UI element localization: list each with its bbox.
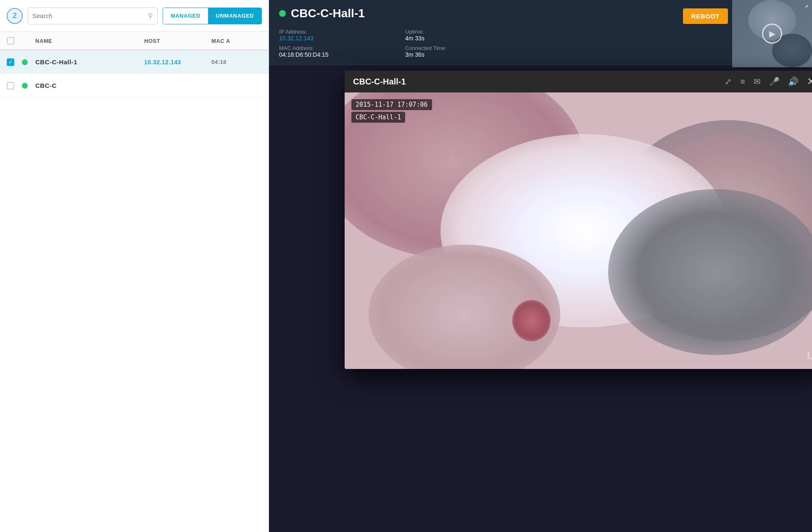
- cam-blob-small: [512, 300, 551, 342]
- row-2-checkbox[interactable]: [7, 82, 14, 90]
- device-title-row: CBC-C-Hall-1: [279, 7, 514, 20]
- video-feed: 2015-11-17 17:07:06 CBC-C-Hall-1 U: [345, 92, 812, 369]
- connected-label: Connected Time:: [405, 45, 514, 51]
- search-icon: ⚲: [148, 12, 153, 20]
- thumbnail-expand-icon[interactable]: ↗: [804, 3, 809, 10]
- select-all-checkbox[interactable]: [7, 37, 14, 45]
- device-title-area: CBC-C-Hall-1 IP Address: 10.32.12.143 Up…: [279, 7, 514, 58]
- tab-group: MANAGED UNMANAGED: [163, 8, 262, 24]
- row-2-name: CBC-C: [35, 82, 144, 89]
- uptime-value: 4m 33s: [405, 35, 514, 42]
- search-box[interactable]: ⚲: [28, 8, 158, 24]
- thumbnail-play-button[interactable]: ▶: [762, 24, 782, 44]
- cam-blob-bottom-right: [608, 189, 812, 355]
- left-panel: 2 ⚲ MANAGED UNMANAGED NAME HOST MAC A ✓ …: [0, 0, 269, 532]
- table-header: NAME HOST MAC A: [0, 32, 269, 50]
- uptime-label: Uptime:: [405, 29, 514, 35]
- col-host-header: HOST: [144, 38, 211, 44]
- video-modal: CBC-C-Hall-1 ⤢ ≡ ✉ 🎤 🔊 ✕ 2015-11-17 17:0…: [345, 71, 812, 369]
- reboot-button[interactable]: REBOOT: [683, 8, 728, 24]
- device-title: CBC-C-Hall-1: [291, 7, 365, 20]
- mic-icon[interactable]: 🎤: [769, 76, 780, 87]
- connected-value: 3m 36s: [405, 51, 514, 58]
- connected-time-item: Connected Time: 3m 36s: [405, 45, 514, 58]
- row-1-checkbox[interactable]: ✓: [7, 58, 14, 66]
- search-input[interactable]: [32, 12, 148, 19]
- video-camera-label: CBC-C-Hall-1: [351, 112, 405, 123]
- device-details-grid: IP Address: 10.32.12.143 Uptime: 4m 33s …: [279, 29, 514, 58]
- ip-address-item: IP Address: 10.32.12.143: [279, 29, 388, 42]
- mac-address-item: MAC Address: 04:18:D6:50:D4:15: [279, 45, 388, 58]
- right-panel: CBC-C-Hall-1 IP Address: 10.32.12.143 Up…: [269, 0, 812, 532]
- header-bar: 2 ⚲ MANAGED UNMANAGED: [0, 0, 269, 32]
- camera-scene: [345, 92, 812, 369]
- col-name-header: NAME: [35, 38, 144, 44]
- tag-icon[interactable]: ✉: [754, 76, 761, 87]
- table-row[interactable]: CBC-C: [0, 74, 269, 97]
- managed-tab[interactable]: MANAGED: [163, 8, 208, 24]
- table-row[interactable]: ✓ CBC-C-Hall-1 10.32.12.143 04:18: [0, 50, 269, 74]
- row-2-status: [22, 83, 28, 89]
- row-1-name: CBC-C-Hall-1: [35, 58, 144, 66]
- mac-label: MAC Address:: [279, 45, 388, 51]
- expand-icon[interactable]: ⤢: [725, 76, 732, 87]
- video-timestamp: 2015-11-17 17:07:06: [351, 99, 432, 110]
- menu-icon[interactable]: ≡: [740, 77, 745, 87]
- ubiquiti-watermark: U: [807, 349, 812, 362]
- modal-controls: ⤢ ≡ ✉ 🎤 🔊 ✕: [725, 76, 812, 87]
- row-1-mac: 04:18: [211, 59, 262, 65]
- row-1-status: [22, 59, 28, 65]
- device-info-bar: CBC-C-Hall-1 IP Address: 10.32.12.143 Up…: [269, 0, 812, 65]
- device-count-badge: 2: [7, 8, 23, 24]
- row-1-host[interactable]: 10.32.12.143: [144, 59, 211, 66]
- ip-label: IP Address:: [279, 29, 388, 35]
- play-icon: ▶: [769, 29, 775, 39]
- unmanaged-tab[interactable]: UNMANAGED: [208, 8, 261, 24]
- mac-value: 04:18:D6:50:D4:15: [279, 51, 388, 58]
- uptime-item: Uptime: 4m 33s: [405, 29, 514, 42]
- col-mac-header: MAC A: [211, 38, 262, 44]
- modal-title: CBC-C-Hall-1: [353, 77, 406, 87]
- video-modal-header: CBC-C-Hall-1 ⤢ ≡ ✉ 🎤 🔊 ✕: [345, 71, 812, 92]
- volume-icon[interactable]: 🔊: [788, 76, 799, 87]
- ip-value[interactable]: 10.32.12.143: [279, 35, 388, 42]
- close-button[interactable]: ✕: [807, 76, 812, 87]
- device-status-dot: [279, 10, 286, 17]
- thumbnail-area[interactable]: ▶ ↗: [732, 0, 812, 67]
